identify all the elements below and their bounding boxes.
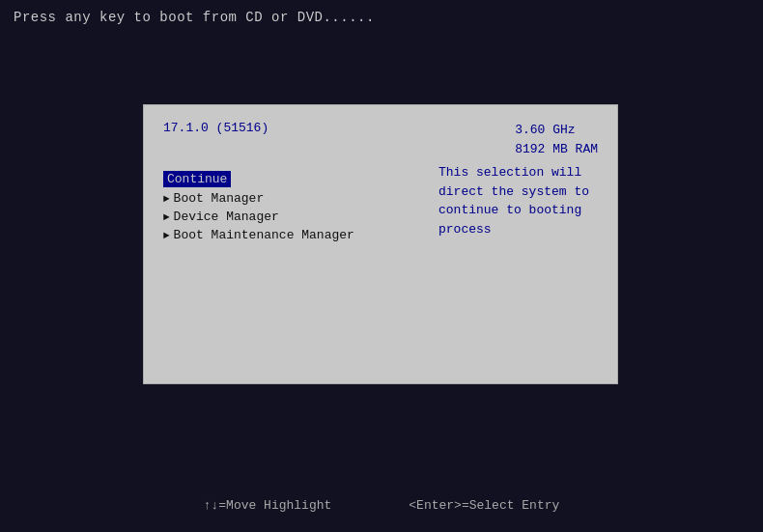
arrow-icon: ► [163,211,170,223]
system-info: 3.60 GHz 8192 MB RAM [515,121,598,158]
cpu-info: 3.60 GHz [515,121,598,140]
arrow-icon: ► [163,193,170,205]
ram-info: 8192 MB RAM [515,140,598,159]
select-hint: <Enter>=Select Entry [409,498,559,513]
boot-manager-label: Boot Manager [174,191,265,206]
uefi-panel: 17.1.0 (51516) 3.60 GHz 8192 MB RAM Cont… [143,104,618,384]
description-text: This selection will direct the system to… [438,163,598,238]
device-manager-label: Device Manager [174,210,279,224]
boot-maintenance-label: Boot Maintenance Manager [174,228,354,242]
boot-message: Press any key to boot from CD or DVD....… [14,10,375,25]
status-bar: ↑↓=Move Highlight <Enter>=Select Entry [0,498,763,513]
continue-button[interactable]: Continue [163,171,231,187]
navigate-hint: ↑↓=Move Highlight [204,498,332,513]
arrow-icon: ► [163,230,170,241]
